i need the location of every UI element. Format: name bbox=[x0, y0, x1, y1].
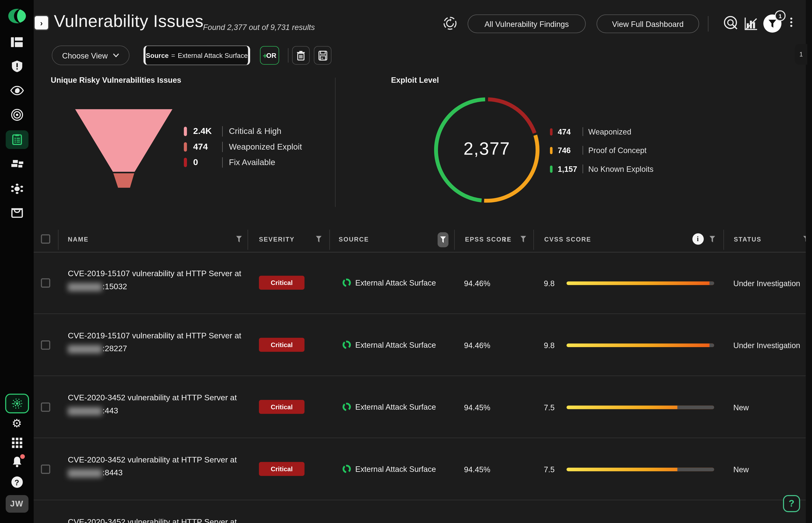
row-checkbox[interactable] bbox=[41, 278, 50, 288]
table-row[interactable]: CVE-2020-3452 vulnerability at HTTP Serv… bbox=[34, 438, 806, 500]
sidebar-collapse-toggle[interactable]: › bbox=[34, 15, 49, 31]
legend-value: 0 bbox=[193, 157, 216, 168]
search-button[interactable] bbox=[723, 15, 740, 34]
ai-scan-tile bbox=[5, 394, 29, 413]
sidebar-item-vulnerabilities-active[interactable] bbox=[0, 130, 34, 149]
legend-marker bbox=[550, 128, 553, 136]
sidebar-item-assets-blocks-icon[interactable] bbox=[0, 157, 34, 171]
table-row[interactable]: CVE-2020-3452 vulnerability at HTTP Serv… bbox=[34, 376, 806, 438]
sidebar-item-malware-virus-icon[interactable] bbox=[0, 182, 34, 196]
cvss-value: 9.8 bbox=[524, 341, 554, 350]
table-row[interactable]: CVE-2019-15107 vulnerability at HTTP Ser… bbox=[34, 252, 806, 314]
cvss-bar-remainder bbox=[677, 468, 714, 471]
vulnerability-name[interactable]: CVE-2020-3452 vulnerability at HTTP Serv… bbox=[68, 453, 255, 479]
legend-divider bbox=[583, 127, 583, 136]
donut-legend-item: 746 Proof of Concept bbox=[550, 146, 647, 155]
vulnerability-name[interactable]: CVE-2019-15107 vulnerability at HTTP Ser… bbox=[68, 267, 255, 293]
donut-total: 2,377 bbox=[434, 139, 540, 159]
legend-divider bbox=[583, 146, 583, 155]
row-checkbox[interactable] bbox=[41, 340, 50, 350]
delete-filters-button[interactable] bbox=[292, 46, 310, 65]
all-vulnerability-findings-button[interactable]: All Vulnerability Findings bbox=[468, 15, 586, 33]
source-cell: External Attack Surface bbox=[342, 340, 436, 349]
sidebar-item-notifications[interactable] bbox=[0, 456, 34, 469]
port-text: :443 bbox=[103, 406, 118, 415]
right-panel-rail[interactable] bbox=[806, 0, 812, 523]
severity-badge: Critical bbox=[259, 338, 305, 352]
name-text: CVE-2019-15107 vulnerability at HTTP Ser… bbox=[68, 331, 241, 340]
apps-grid-icon bbox=[12, 438, 22, 448]
redacted-ip bbox=[68, 345, 102, 354]
brand-logo[interactable] bbox=[0, 6, 34, 26]
epss-filter-icon[interactable] bbox=[520, 236, 526, 242]
sidebar-item-alerts-shield-icon[interactable] bbox=[0, 59, 34, 73]
source-logo-icon bbox=[342, 402, 351, 411]
right-panel-tab[interactable]: 1 bbox=[795, 44, 807, 65]
source-label: External Attack Surface bbox=[355, 340, 436, 349]
legend-value: 474 bbox=[193, 142, 216, 152]
table-body: CVE-2019-15107 vulnerability at HTTP Ser… bbox=[34, 252, 806, 523]
sidebar-item-help[interactable]: ? bbox=[0, 476, 34, 488]
name-filter-icon[interactable] bbox=[236, 236, 242, 242]
funnel-chart bbox=[75, 109, 173, 188]
legend-label: Proof of Concept bbox=[588, 146, 646, 155]
source-label: External Attack Surface bbox=[355, 465, 436, 473]
row-checkbox[interactable] bbox=[41, 402, 50, 412]
column-header-source[interactable]: SOURCE bbox=[339, 236, 369, 243]
app-window: ⚙ ? JW › Vulnerability Issues Found 2,37… bbox=[0, 0, 812, 523]
source-filter-active[interactable] bbox=[438, 232, 448, 248]
sort-down-icon: ↓ bbox=[503, 235, 507, 243]
sidebar-item-dashboards[interactable] bbox=[0, 35, 34, 49]
cvss-value: 9.8 bbox=[524, 279, 554, 288]
notification-badge-dot bbox=[20, 454, 25, 458]
column-header-status[interactable]: STATUS bbox=[734, 236, 762, 243]
help-fab-button[interactable]: ? bbox=[783, 495, 800, 512]
column-header-severity[interactable]: SEVERITY bbox=[259, 236, 295, 243]
funnel-legend-item: 2.4K Critical & High bbox=[184, 126, 281, 137]
severity-filter-icon[interactable] bbox=[316, 236, 322, 242]
epss-value: 94.45% bbox=[464, 465, 490, 474]
cvss-info-icon[interactable]: i bbox=[692, 233, 704, 245]
severity-label: Critical bbox=[271, 403, 293, 411]
column-header-name[interactable]: NAME bbox=[68, 236, 89, 243]
vulnerability-name[interactable]: CVE-2019-15107 vulnerability at HTTP Ser… bbox=[68, 329, 255, 355]
filter-chip-source[interactable]: Source = External Attack Surface bbox=[143, 46, 250, 65]
sidebar-item-settings[interactable]: ⚙ bbox=[0, 417, 34, 431]
sidebar-item-inventory-box-icon[interactable] bbox=[0, 206, 34, 219]
column-header-cvss[interactable]: CVSS SCORE bbox=[544, 236, 591, 243]
left-sidebar: ⚙ ? JW bbox=[0, 0, 34, 523]
scan-status-icon[interactable] bbox=[442, 16, 458, 33]
table-row[interactable]: CVE-2020-3452 vulnerability at HTTP Serv… bbox=[34, 500, 806, 523]
chart-view-button[interactable] bbox=[744, 17, 758, 33]
choose-view-dropdown[interactable]: Choose View bbox=[52, 46, 129, 65]
severity-badge: Critical bbox=[259, 400, 305, 414]
save-view-button[interactable] bbox=[314, 46, 331, 65]
status-filter-icon[interactable] bbox=[803, 236, 806, 242]
epss-value: 94.45% bbox=[464, 403, 490, 412]
legend-divider bbox=[222, 126, 223, 137]
table-row[interactable]: CVE-2019-15107 vulnerability at HTTP Ser… bbox=[34, 314, 806, 376]
cvss-filter-icon[interactable] bbox=[709, 236, 715, 242]
view-full-dashboard-button[interactable]: View Full Dashboard bbox=[597, 15, 699, 33]
port-text: :15032 bbox=[103, 282, 127, 291]
vulnerabilities-clipboard-icon bbox=[11, 134, 23, 145]
add-or-filter-button[interactable]: + OR bbox=[260, 46, 279, 65]
row-checkbox[interactable] bbox=[41, 465, 50, 474]
vulnerability-name[interactable]: CVE-2020-3452 vulnerability at HTTP Serv… bbox=[68, 515, 255, 523]
source-label: External Attack Surface bbox=[355, 402, 436, 411]
sidebar-item-profile[interactable]: JW bbox=[0, 494, 34, 513]
sidebar-item-radar-target-icon[interactable] bbox=[0, 108, 34, 122]
divider bbox=[288, 48, 289, 62]
avatar: JW bbox=[5, 495, 28, 512]
kebab-menu-button[interactable] bbox=[790, 16, 792, 29]
severity-label: Critical bbox=[271, 341, 293, 348]
sidebar-item-discovery-eye-icon[interactable] bbox=[0, 84, 34, 97]
cvss-bar bbox=[567, 343, 714, 347]
epss-sort-toggle[interactable]: ↓↑ bbox=[503, 235, 511, 243]
select-all-checkbox[interactable] bbox=[41, 234, 50, 244]
sidebar-item-ai-scan[interactable] bbox=[0, 393, 34, 414]
vulnerability-name[interactable]: CVE-2020-3452 vulnerability at HTTP Serv… bbox=[68, 391, 255, 417]
sidebar-item-apps[interactable] bbox=[0, 437, 34, 449]
filter-count-badge: 1 bbox=[775, 11, 785, 21]
button-label: View Full Dashboard bbox=[612, 19, 684, 28]
